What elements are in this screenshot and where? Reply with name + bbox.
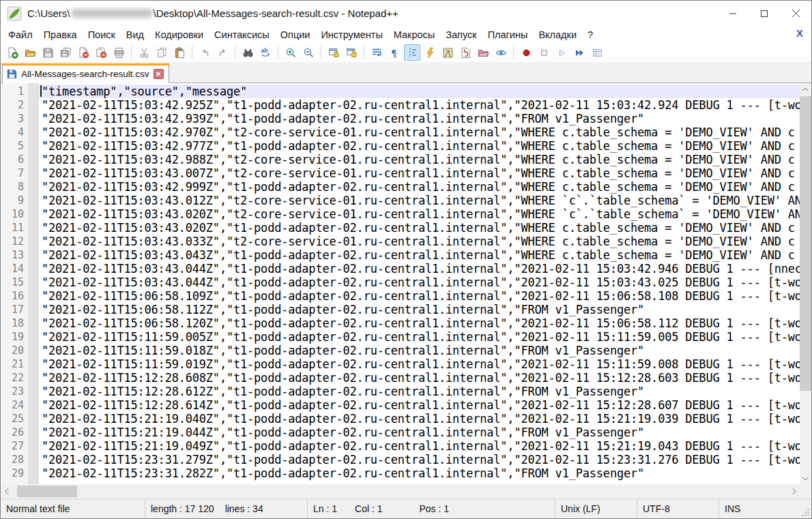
text-area[interactable]: "timestamp","source","message""2021-02-1… xyxy=(39,83,800,484)
open-file-icon[interactable] xyxy=(22,44,38,61)
macro-record-icon[interactable] xyxy=(518,44,534,61)
find-icon[interactable] xyxy=(240,44,256,61)
menu-item[interactable]: Поиск xyxy=(83,28,121,42)
line-number[interactable]: 11 xyxy=(1,221,24,235)
editor-line[interactable]: "2021-02-11T15:06:58.120Z","t1-podd-adap… xyxy=(42,316,800,330)
folder-as-workspace-icon[interactable] xyxy=(475,44,491,61)
line-number[interactable]: 25 xyxy=(1,412,24,426)
editor-line[interactable]: "2021-02-11T15:03:42.988Z","t2-core-serv… xyxy=(42,153,800,166)
line-number[interactable]: 27 xyxy=(1,439,24,453)
menu-item[interactable]: Инструменты xyxy=(315,28,388,42)
menu-item[interactable]: Опции xyxy=(275,28,316,42)
editor-line[interactable]: "2021-02-11T15:03:43.020Z","t1-podd-adap… xyxy=(42,221,800,235)
editor-line[interactable]: "2021-02-11T15:03:42.999Z","t1-podd-adap… xyxy=(42,180,800,194)
menu-item[interactable]: Правка xyxy=(38,28,83,42)
editor-line[interactable]: "2021-02-11T15:03:42.970Z","t2-core-serv… xyxy=(42,125,800,139)
editor-line[interactable]: "2021-02-11T15:11:59.019Z","t1-podd-adap… xyxy=(42,357,800,371)
line-number[interactable]: 22 xyxy=(1,371,24,385)
status-encoding[interactable]: UTF-8 xyxy=(637,499,719,518)
editor-line[interactable]: "2021-02-11T15:03:42.939Z","t1-podd-adap… xyxy=(42,112,800,125)
vertical-scroll-track[interactable] xyxy=(800,95,811,473)
line-number[interactable]: 5 xyxy=(1,139,24,153)
menu-item[interactable]: Макросы xyxy=(388,28,440,42)
line-number[interactable]: 18 xyxy=(1,316,24,330)
menu-item[interactable]: Запуск xyxy=(440,28,482,42)
line-number[interactable]: 15 xyxy=(1,276,24,289)
macro-run-multiple-icon[interactable] xyxy=(571,44,588,61)
close-document-x[interactable]: X xyxy=(796,27,803,39)
editor-line[interactable]: "2021-02-11T15:03:42.977Z","t1-podd-adap… xyxy=(42,139,800,153)
line-number[interactable]: 26 xyxy=(1,426,24,439)
editor-line[interactable]: "2021-02-11T15:21:19.044Z","t1-podd-adap… xyxy=(42,426,800,439)
resize-grip-icon[interactable] xyxy=(801,508,810,517)
vertical-scrollbar[interactable] xyxy=(800,83,811,484)
scroll-left-arrow-icon[interactable] xyxy=(1,484,12,499)
line-number[interactable]: 29 xyxy=(1,466,24,480)
line-number[interactable]: 16 xyxy=(1,289,24,303)
status-insert-mode[interactable]: INS xyxy=(719,499,811,518)
macro-save-icon[interactable] xyxy=(589,44,605,61)
document-map-icon[interactable] xyxy=(439,44,456,61)
menu-item[interactable]: Файл xyxy=(3,28,38,42)
editor-line[interactable]: "2021-02-11T15:03:43.043Z","t1-podd-adap… xyxy=(42,248,800,262)
cut-icon[interactable] xyxy=(136,44,152,61)
horizontal-scrollbar[interactable] xyxy=(1,484,800,499)
paste-icon[interactable] xyxy=(171,44,188,61)
close-all-files-icon[interactable] xyxy=(93,44,109,61)
new-file-icon[interactable] xyxy=(4,44,20,61)
macro-play-icon[interactable] xyxy=(553,44,570,61)
line-number[interactable]: 8 xyxy=(1,180,24,194)
zoom-in-icon[interactable] xyxy=(282,44,299,61)
bookmark-margin[interactable] xyxy=(28,83,39,484)
save-all-icon[interactable] xyxy=(57,44,74,61)
line-number[interactable]: 4 xyxy=(1,125,24,139)
editor-line[interactable]: "2021-02-11T15:03:43.007Z","t2-core-serv… xyxy=(42,166,800,180)
editor-line[interactable]: "2021-02-11T15:21:19.049Z","t1-podd-adap… xyxy=(42,439,800,453)
line-number[interactable]: 28 xyxy=(1,453,24,466)
line-number[interactable]: 21 xyxy=(1,357,24,371)
line-number[interactable]: 17 xyxy=(1,303,24,316)
tab-close-icon[interactable]: ✕ xyxy=(154,69,164,79)
editor-line[interactable]: "2021-02-11T15:03:43.020Z","t2-core-serv… xyxy=(42,207,800,221)
redo-icon[interactable] xyxy=(214,44,231,61)
scroll-down-arrow-icon[interactable] xyxy=(800,473,811,484)
line-number[interactable]: 14 xyxy=(1,262,24,276)
editor-line[interactable]: "2021-02-11T15:03:43.012Z","t2-core-serv… xyxy=(42,194,800,207)
tab-all-messages-search-result[interactable]: All-Messages-search-result.csv ✕ xyxy=(2,63,169,83)
monitoring-icon[interactable] xyxy=(493,44,509,61)
editor-line[interactable]: "2021-02-11T15:03:43.033Z","t2-core-serv… xyxy=(42,235,800,248)
line-number[interactable]: 3 xyxy=(1,112,24,125)
line-number[interactable]: 13 xyxy=(1,248,24,262)
word-wrap-icon[interactable] xyxy=(368,44,385,61)
editor-line[interactable]: "2021-02-11T15:03:42.925Z","t1-podd-adap… xyxy=(42,98,800,112)
scroll-up-arrow-icon[interactable] xyxy=(800,83,811,95)
close-file-icon[interactable] xyxy=(75,44,91,61)
show-indent-guide-icon[interactable] xyxy=(404,44,420,61)
undo-icon[interactable] xyxy=(197,44,213,61)
line-number[interactable]: 23 xyxy=(1,385,24,398)
editor-line[interactable]: "2021-02-11T15:11:59.005Z","t1-podd-adap… xyxy=(42,330,800,344)
editor-line[interactable]: "2021-02-11T15:03:43.044Z","t1-podd-adap… xyxy=(42,276,800,289)
editor-line[interactable]: "2021-02-11T15:23:31.282Z","t1-podd-adap… xyxy=(42,466,800,480)
line-number[interactable]: 1 xyxy=(1,85,24,98)
print-icon[interactable] xyxy=(111,44,127,61)
line-number[interactable]: 10 xyxy=(1,207,24,221)
line-number[interactable]: 2 xyxy=(1,98,24,112)
sync-vertical-scroll-icon[interactable] xyxy=(325,44,342,61)
close-button[interactable] xyxy=(780,1,811,26)
menu-item[interactable]: ? xyxy=(582,28,598,42)
line-number[interactable]: 19 xyxy=(1,330,24,344)
replace-icon[interactable]: ab xyxy=(257,44,274,61)
zoom-out-icon[interactable] xyxy=(300,44,317,61)
line-number[interactable]: 20 xyxy=(1,344,24,357)
line-number[interactable]: 12 xyxy=(1,235,24,248)
menu-item[interactable]: Кодировки xyxy=(149,28,209,42)
line-number[interactable]: 24 xyxy=(1,398,24,412)
editor-line[interactable]: "2021-02-11T15:12:28.614Z","t1-podd-adap… xyxy=(42,398,800,412)
save-icon[interactable] xyxy=(40,44,56,61)
editor-line[interactable]: "2021-02-11T15:11:59.018Z","t1-podd-adap… xyxy=(42,344,800,357)
editor-line[interactable]: "timestamp","source","message" xyxy=(39,85,800,98)
editor-line[interactable]: "2021-02-11T15:12:28.612Z","t1-podd-adap… xyxy=(42,385,800,398)
copy-icon[interactable] xyxy=(154,44,170,61)
editor-line[interactable]: "2021-02-11T15:21:19.040Z","t1-podd-adap… xyxy=(42,412,800,426)
